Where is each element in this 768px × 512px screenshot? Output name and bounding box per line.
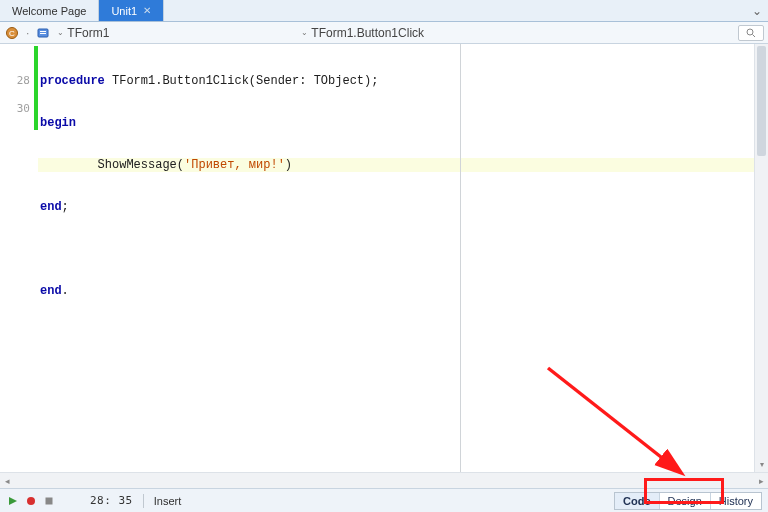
tab-label: Welcome Page (12, 5, 86, 17)
svg-point-5 (747, 29, 753, 35)
record-icon[interactable] (24, 494, 38, 508)
file-tab-bar: Welcome Page Unit1 ✕ ⌄ (0, 0, 768, 22)
svg-line-6 (753, 34, 756, 37)
class-icon: C (4, 25, 20, 41)
method-icon (35, 25, 51, 41)
vertical-scrollbar[interactable]: ▾ (754, 44, 768, 472)
insert-mode: Insert (154, 495, 182, 507)
scrollbar-thumb[interactable] (757, 46, 766, 156)
tab-unit1[interactable]: Unit1 ✕ (99, 0, 164, 21)
code-navigator-bar: C · ⌄TForm1 ⌄TForm1.Button1Click (0, 22, 768, 44)
status-bar: 28: 35 Insert Code Design History (0, 488, 768, 512)
vertical-guide (460, 44, 461, 472)
method-dropdown[interactable]: ⌄TForm1.Button1Click (301, 26, 424, 40)
class-dropdown[interactable]: ⌄TForm1 (57, 26, 109, 40)
line-number-gutter: 28 30 (0, 44, 34, 472)
class-name: TForm1 (67, 26, 109, 40)
code-editor[interactable]: 28 30 procedure TForm1.Button1Click(Send… (0, 44, 768, 472)
separator-icon: · (26, 26, 29, 40)
tab-label: Unit1 (111, 5, 137, 17)
search-icon (746, 28, 756, 38)
run-icon[interactable] (6, 494, 20, 508)
scroll-down-icon[interactable]: ▾ (755, 458, 768, 472)
method-name: TForm1.Button1Click (311, 26, 424, 40)
close-icon[interactable]: ✕ (143, 5, 151, 16)
view-switcher: Code Design History (614, 492, 762, 510)
current-line: ShowMessage('Привет, мир!') (38, 158, 768, 172)
scroll-right-icon[interactable]: ▸ (754, 476, 768, 486)
scroll-left-icon[interactable]: ◂ (0, 476, 14, 486)
view-tab-code[interactable]: Code (615, 493, 660, 509)
tab-overflow-chevron-icon[interactable]: ⌄ (746, 0, 768, 21)
svg-text:C: C (9, 29, 15, 38)
search-box[interactable] (738, 25, 764, 41)
separator (143, 494, 144, 508)
view-tab-history[interactable]: History (711, 493, 761, 509)
line-number: 28 (0, 74, 34, 88)
line-number: 30 (0, 102, 34, 116)
svg-rect-9 (46, 497, 53, 504)
view-tab-design[interactable]: Design (660, 493, 711, 509)
code-area[interactable]: procedure TForm1.Button1Click(Sender: TO… (38, 44, 768, 472)
cursor-position: 28: 35 (90, 494, 133, 507)
svg-rect-3 (40, 31, 46, 32)
stop-icon[interactable] (42, 494, 56, 508)
svg-point-8 (27, 497, 35, 505)
horizontal-scrollbar[interactable]: ◂ ▸ (0, 472, 768, 488)
svg-rect-4 (40, 33, 46, 34)
tab-welcome-page[interactable]: Welcome Page (0, 0, 99, 21)
svg-marker-7 (9, 497, 17, 505)
